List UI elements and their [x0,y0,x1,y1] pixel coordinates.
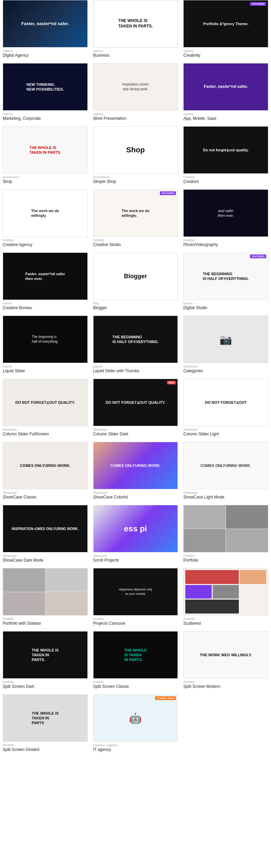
card-title-portfolio-sidebar: Portfolio with Sidebar [3,621,88,626]
card-column-slider-dark[interactable]: NEW Showcase Column Slider Dark [90,379,181,442]
card-category-showcase-classic: Showcase [3,491,88,494]
card-title-shop: Shop [3,179,88,184]
thumb-liquid-slider-thumbs [93,316,178,363]
card-category-simple-shop: eCommerce [93,175,178,179]
card-grid: Agency Digital Agency Agency Business FE… [0,0,271,757]
card-work-presentation[interactable]: Agency Work Presentation [90,63,181,126]
scattered-thumb-grid [184,568,268,615]
card-category-showcase-light-mode: Showcase [183,491,268,494]
card-showcase-colorful[interactable]: Showcase ShowCase Colorful [90,442,181,505]
card-category-photo-videography: Portfolio [183,239,268,242]
card-title-it-agency: IT agency [93,747,178,752]
card-app-mobile-saas[interactable]: Agency App, Mobile, Saas [181,63,271,126]
card-title-showcase-classic: ShowCase Classic [3,495,88,499]
card-it-agency[interactable]: COMING SOON Sasness / Agency IT agency [90,694,181,757]
card-category-it-agency: Sasness / Agency [93,743,178,747]
card-title-categories: Categories [183,369,268,373]
thumb-column-slider-dark [93,379,178,426]
card-showcase-light-mode[interactable]: Showcase ShowCase Light Mode [181,442,271,505]
portfolio-cell [184,505,226,529]
card-title-digital-studio: Digital Studio [183,305,268,310]
card-liquid-slider-thumbs[interactable]: Dasive Liquid Slider with Thumbs [90,316,181,379]
scattered-cell [185,570,239,584]
card-marketing-corporate[interactable]: Agency Marketing, Corporate [0,63,90,126]
card-projects-carousel[interactable]: Portfolio Projects Carousel [90,568,181,631]
card-category-split-screen-dark: Portfolio [3,680,88,684]
card-business[interactable]: Agency Business [90,0,181,63]
thumb-simple-shop [93,126,178,174]
card-title-marketing-corporate: Marketing, Corporate [3,116,88,121]
card-split-screen-classic[interactable]: Portfolio Split Screen Classic [90,631,181,694]
card-title-creative-agency: Creative Agency [3,242,88,247]
card-title-creative-bureau: Creative Bureau [3,305,88,310]
card-scattered[interactable]: Portfolio Scattered [181,568,271,631]
card-shop[interactable]: eCommerce Shop [0,126,90,189]
thumb-marketing-corporate [3,63,88,111]
card-creative-bureau[interactable]: Dasive Creative Bureau [0,252,90,316]
card-liquid-slider[interactable]: Dasive Liquid Slider [0,316,90,379]
scattered-cell [185,585,212,599]
card-showcase-classic[interactable]: Showcase ShowCase Classic [0,442,90,505]
card-blogger[interactable]: Blog Blogger [90,252,181,316]
card-photo-videography[interactable]: Portfolio Photo/Videography [181,189,271,252]
card-category-digital-agency: Agency [3,49,88,53]
thumb-split-screen-dark [3,631,88,679]
card-showcase-dark-mode[interactable]: Showcase ShowCase Dark Mode [0,505,90,568]
card-title-showcase-light-mode: ShowCase Light Mode [183,495,268,499]
card-category-scroll-projects: Showcase [93,554,178,558]
portfolio-cell [226,529,268,552]
card-category-showcase-dark-mode: Showcase [3,554,88,558]
card-category-app-mobile-saas: Agency [183,112,268,116]
card-digital-studio[interactable]: FEATURED Dasive Digital Studio [181,252,271,316]
card-category-shop: eCommerce [3,175,88,179]
card-split-screen-modern[interactable]: Portfolio Split Screen Modern [181,631,271,694]
thumb-photo-videography [183,189,268,237]
card-category-projects-carousel: Portfolio [93,617,178,621]
thumb-split-screen-modern [183,631,268,679]
thumb-liquid-slider [3,316,88,363]
badge-it-agency: COMING SOON [155,696,176,700]
card-column-slider-fullscreen[interactable]: Showcase Column Slider FullScreen [0,379,90,442]
thumb-split-screen-classic [93,631,178,679]
card-digital-agency[interactable]: Agency Digital Agency [0,0,90,63]
card-title-business: Business [93,53,178,58]
badge-column-slider-dark: NEW [167,381,176,384]
badge-creativity: FEATURED [250,2,266,6]
card-title-creativity: Creativity [183,53,268,58]
thumb-blogger [93,252,178,300]
scattered-cell [240,570,266,584]
card-category-portfolio: Portfolio [183,554,268,558]
card-creative-studio[interactable]: FEATURED Portfolio Creative Studio [90,189,181,252]
card-category-liquid-slider-thumbs: Dasive [93,365,178,368]
card-category-scattered: Portfolio [183,617,268,621]
card-creativity[interactable]: FEATURED Agency Creativity [181,0,271,63]
thumb-creativity [183,0,268,48]
card-category-creative-agency: Portfolio [3,239,88,242]
thumb-creators [183,126,268,174]
card-portfolio-sidebar[interactable]: Portfolio Portfolio with Sidebar [0,568,90,631]
card-portfolio[interactable]: Portfolio Portfolio [181,505,271,568]
card-category-digital-studio: Dasive [183,302,268,305]
thumb-work-presentation [93,63,178,111]
card-category-business: Agency [93,49,178,53]
card-column-slider-light[interactable]: Showcase Column Slider Light [181,379,271,442]
card-category-creativity: Agency [183,49,268,53]
card-creators[interactable]: Creative Creators [181,126,271,189]
card-category-column-slider-light: Showcase [183,428,268,431]
badge-creative-studio: FEATURED [160,191,176,195]
card-split-screen-divided[interactable]: Portfolio Split Screen Divided [0,694,90,757]
card-title-creators: Creators [183,179,268,184]
card-title-scattered: Scattered [183,621,268,626]
card-title-column-slider-fullscreen: Column Slider FullScreen [3,432,88,436]
card-category-split-screen-modern: Portfolio [183,680,268,684]
thumb-column-slider-light [183,379,268,426]
card-creative-agency[interactable]: Portfolio Creative Agency [0,189,90,252]
card-category-column-slider-fullscreen: Showcase [3,428,88,431]
card-split-screen-dark[interactable]: Portfolio Split Screen Dark [0,631,90,694]
thumb-column-slider-fullscreen [3,379,88,426]
card-simple-shop[interactable]: eCommerce Simple Shop [90,126,181,189]
card-category-creative-studio: Portfolio [93,239,178,242]
card-title-split-screen-divided: Split Screen Divided [3,747,88,752]
card-scroll-projects[interactable]: Showcase Scroll Projects [90,505,181,568]
card-categories[interactable]: Showcase Categories [181,316,271,379]
